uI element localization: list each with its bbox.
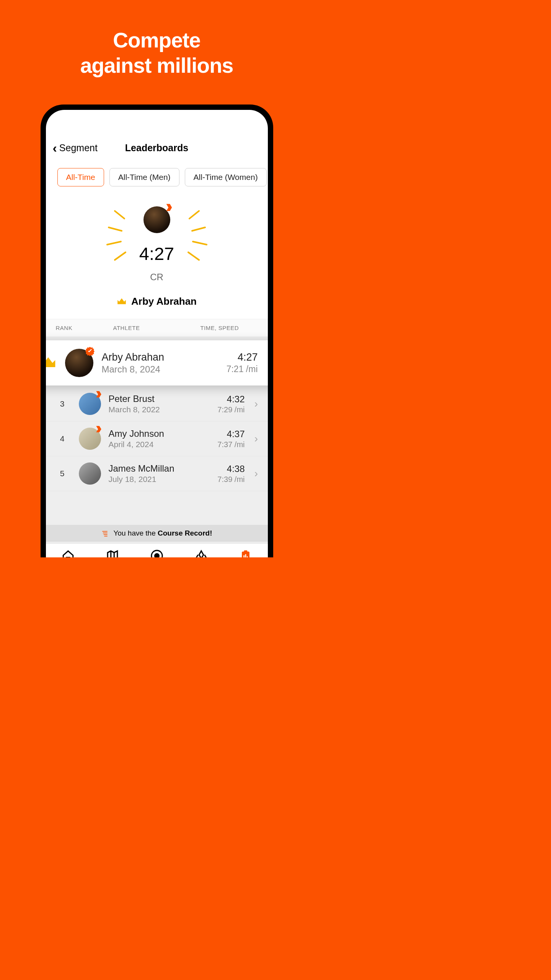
pace-value: 7:39 /mi <box>207 475 245 484</box>
athlete-name: Arby Abrahan <box>102 351 211 363</box>
svg-line-4 <box>189 211 199 219</box>
tab-bar: Home Maps Record Groups You <box>46 543 268 557</box>
column-athlete: ATHLETE <box>83 325 201 331</box>
athlete-name: Peter Brust <box>109 394 199 404</box>
time-value: 4:37 <box>207 429 245 439</box>
svg-line-5 <box>192 227 205 231</box>
verified-badge-icon <box>85 346 95 356</box>
chevron-right-icon: › <box>253 433 260 445</box>
time-value: 4:27 <box>220 351 258 363</box>
rank-value: 3 <box>54 399 71 408</box>
record-holder-name: Arby Abrahan <box>131 296 197 307</box>
svg-rect-15 <box>244 550 247 552</box>
you-icon <box>239 549 252 558</box>
hero-headline: Compete against millions <box>0 0 313 78</box>
record-cr-label: CR <box>46 272 268 283</box>
svg-rect-16 <box>243 555 245 557</box>
column-time: TIME, SPEED <box>201 325 258 331</box>
home-icon <box>62 549 75 558</box>
athlete-avatar <box>79 393 101 415</box>
filter-chip-all-time-men[interactable]: All-Time (Men) <box>109 168 179 186</box>
back-button[interactable]: ‹ Segment <box>53 141 98 154</box>
tab-home[interactable]: Home <box>46 549 90 558</box>
svg-line-1 <box>109 227 122 231</box>
rank-value: 4 <box>54 434 71 443</box>
groups-icon <box>195 549 208 558</box>
header: ‹ Segment Leaderboards <box>46 141 268 161</box>
avatar-badge-icon <box>165 203 173 212</box>
athlete-avatar <box>65 349 93 377</box>
phone-frame: ‹ Segment Leaderboards All-Time All-Time… <box>41 105 273 557</box>
athlete-date: March 8, 2024 <box>102 364 211 375</box>
athlete-name: James McMillan <box>109 463 199 474</box>
chevron-right-icon: › <box>266 356 268 371</box>
column-rank: RANK <box>56 325 83 331</box>
athlete-name: Amy Johnson <box>109 428 199 439</box>
banner-prefix: You have the <box>113 529 158 537</box>
avatar-marker-icon <box>95 390 103 398</box>
leaderboard-row[interactable]: 3 Peter Brust March 8, 2022 4:32 7:29 /m… <box>46 387 268 421</box>
leaderboard-row[interactable]: 4 Amy Johnson April 4, 2024 4:37 7:37 /m… <box>46 421 268 456</box>
svg-point-13 <box>154 553 159 557</box>
banner-bold: Course Record! <box>158 529 212 537</box>
svg-rect-18 <box>246 556 248 557</box>
pace-value: 7:21 /mi <box>220 364 258 374</box>
record-time: 4:27 <box>46 243 268 264</box>
course-record-section: 4:27 CR Arby Abrahan <box>46 195 268 319</box>
time-value: 4:32 <box>207 394 245 405</box>
svg-rect-17 <box>245 554 246 557</box>
avatar-marker-icon <box>95 425 103 433</box>
crown-icon <box>46 356 57 370</box>
filter-chips-row: All-Time All-Time (Men) All-Time (Women)… <box>46 161 268 195</box>
time-value: 4:38 <box>207 464 245 474</box>
table-header: RANK ATHLETE TIME, SPEED <box>46 319 268 337</box>
tab-record[interactable]: Record <box>135 549 179 558</box>
chevron-right-icon: › <box>253 398 260 410</box>
svg-line-0 <box>115 211 124 219</box>
athlete-date: March 8, 2022 <box>109 405 199 414</box>
athlete-avatar <box>79 462 101 485</box>
crown-icon <box>117 297 127 306</box>
tab-you[interactable]: You <box>223 549 268 558</box>
maps-icon <box>106 549 119 558</box>
chevron-right-icon: › <box>253 467 260 480</box>
pace-value: 7:37 /mi <box>207 440 245 449</box>
athlete-date: July 18, 2021 <box>109 475 199 484</box>
pace-value: 7:29 /mi <box>207 405 245 414</box>
leaderboard-row[interactable]: 5 James McMillan July 18, 2021 4:38 7:39… <box>46 456 268 491</box>
filter-chip-all-time[interactable]: All-Time <box>57 168 104 186</box>
phone-screen: ‹ Segment Leaderboards All-Time All-Time… <box>46 110 268 557</box>
record-icon <box>150 549 163 558</box>
course-record-banner: You have the Course Record! <box>46 525 268 542</box>
leaderboard-row-highlighted[interactable]: Arby Abrahan March 8, 2024 4:27 7:21 /mi… <box>46 340 268 385</box>
filter-chip-all-time-women[interactable]: All-Time (Women) <box>185 168 267 186</box>
back-label: Segment <box>59 142 98 154</box>
tab-groups[interactable]: Groups <box>179 549 223 558</box>
rank-value: 5 <box>54 469 71 478</box>
tab-maps[interactable]: Maps <box>90 549 135 558</box>
athlete-date: April 4, 2024 <box>109 440 199 449</box>
athlete-avatar <box>79 428 101 450</box>
page-title: Leaderboards <box>125 142 188 154</box>
record-flag-icon <box>101 529 109 537</box>
chevron-back-icon: ‹ <box>53 141 57 154</box>
